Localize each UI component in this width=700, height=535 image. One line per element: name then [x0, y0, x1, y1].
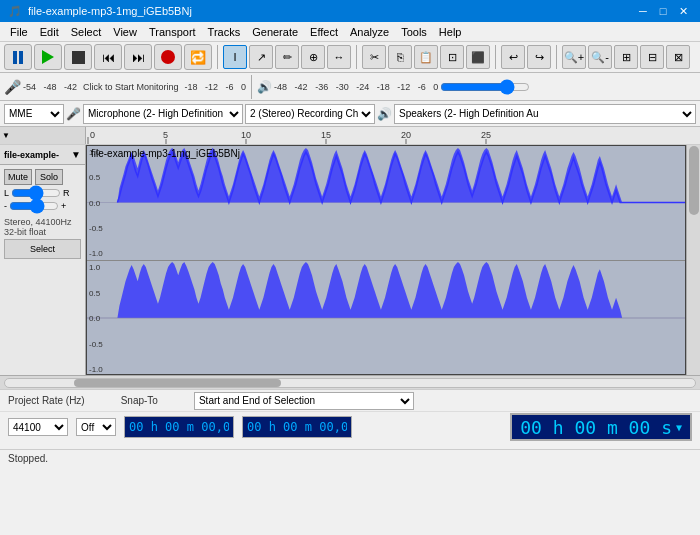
scrollbar-thumb[interactable] [74, 379, 281, 387]
track-header: file-example- ▼ [0, 145, 85, 165]
loop-button[interactable]: 🔁 [184, 44, 212, 70]
menu-tools[interactable]: Tools [395, 25, 433, 39]
pause-button[interactable] [4, 44, 32, 70]
ruler-svg: 0 5 10 15 20 25 [86, 127, 700, 145]
toolbar-separator-2 [356, 45, 357, 69]
waveform-top-channel: 1.0 0.5 0.0 -0.5 -1.0 // Generate wavefo… [87, 146, 685, 261]
timeshift-tool-button[interactable]: ↔ [327, 45, 351, 69]
channel-select[interactable]: 2 (Stereo) Recording Chann [245, 104, 375, 124]
input-device-select[interactable]: Microphone (2- High Definition [83, 104, 243, 124]
zoom-full-button[interactable]: ⊟ [640, 45, 664, 69]
record-button[interactable] [154, 44, 182, 70]
svg-text:15: 15 [321, 130, 331, 140]
waveform-wrapper: file-example- ▼ Mute Solo L R - + Stereo… [0, 145, 700, 375]
menu-tracks[interactable]: Tracks [202, 25, 247, 39]
track-panel: file-example- ▼ Mute Solo L R - + Stereo… [0, 145, 86, 375]
svg-text:0: 0 [90, 130, 95, 140]
mute-button[interactable]: Mute [4, 169, 32, 185]
window-controls: ─ □ ✕ [634, 2, 692, 20]
zoom-in-button[interactable]: 🔍+ [562, 45, 586, 69]
skip-end-button[interactable]: ⏭ [124, 44, 152, 70]
right-label: R [63, 188, 70, 198]
paste-button[interactable]: 📋 [414, 45, 438, 69]
gain-plus-label: + [61, 201, 66, 211]
waveform-bottom-svg [87, 261, 685, 375]
playback-time-display: 00 h 00 m 00 s ▼ [510, 413, 692, 441]
play-icon [42, 50, 54, 64]
minimize-button[interactable]: ─ [634, 2, 652, 20]
selection-tool-button[interactable]: I [223, 45, 247, 69]
start-time-input[interactable] [124, 416, 234, 438]
vertical-scrollbar[interactable] [686, 145, 700, 375]
gain-slider[interactable] [9, 201, 59, 211]
scale-top-0.5: 0.5 [89, 173, 114, 182]
output-device-select[interactable]: Speakers (2- High Definition Au [394, 104, 696, 124]
bottom-bar: Project Rate (Hz) Snap-To Start and End … [0, 389, 700, 449]
menu-file[interactable]: File [4, 25, 34, 39]
solo-button[interactable]: Solo [35, 169, 63, 185]
redo-button[interactable]: ↪ [527, 45, 551, 69]
copy-button[interactable]: ⎘ [388, 45, 412, 69]
maximize-button[interactable]: □ [654, 2, 672, 20]
zoom-tool-button[interactable]: ⊕ [301, 45, 325, 69]
scrollbar-track[interactable] [4, 378, 696, 388]
menu-view[interactable]: View [107, 25, 143, 39]
skip-start-icon: ⏮ [102, 50, 115, 65]
track-menu-icon[interactable]: ▼ [71, 149, 81, 160]
skip-start-button[interactable]: ⏮ [94, 44, 122, 70]
pan-slider[interactable] [11, 188, 61, 198]
menu-analyze[interactable]: Analyze [344, 25, 395, 39]
scale-bottom-0.0: 0.0 [89, 314, 114, 323]
cut-button[interactable]: ✂ [362, 45, 386, 69]
window-title: file-example-mp3-1mg_iGEb5BNj [28, 5, 634, 17]
end-time-input[interactable] [242, 416, 352, 438]
silence-button[interactable]: ⬛ [466, 45, 490, 69]
project-rate-select[interactable]: 44100 [8, 418, 68, 436]
menu-select[interactable]: Select [65, 25, 108, 39]
menu-transport[interactable]: Transport [143, 25, 202, 39]
scale-bottom-0.5: 0.5 [89, 289, 114, 298]
speaker-output-icon: 🔊 [377, 107, 392, 121]
mic-input-icon: 🎤 [66, 107, 81, 121]
zoom-fit-button[interactable]: ⊞ [614, 45, 638, 69]
track-name: file-example- [4, 150, 59, 160]
project-rate-label: Project Rate (Hz) [8, 395, 85, 406]
output-volume-slider[interactable] [440, 81, 530, 93]
mic-icon: 🎤 [4, 79, 21, 95]
scale-bottom-n0.5: -0.5 [89, 340, 114, 349]
time-menu-icon[interactable]: ▼ [676, 422, 682, 433]
host-select[interactable]: MME [4, 104, 64, 124]
svg-text:5: 5 [163, 130, 168, 140]
window-icon: 🎵 [8, 5, 22, 18]
scale-bottom-n1.0: -1.0 [89, 365, 114, 374]
transport-toolbar: ⏮ ⏭ 🔁 I ↗ ✏ ⊕ ↔ ✂ ⎘ 📋 ⊡ ⬛ ↩ ↪ 🔍+ 🔍- ⊞ ⊟ … [0, 42, 700, 73]
track-controls: Mute Solo L R - + [0, 165, 85, 215]
zoom-sel-button[interactable]: ⊠ [666, 45, 690, 69]
draw-tool-button[interactable]: ✏ [275, 45, 299, 69]
svg-text:20: 20 [401, 130, 411, 140]
vertical-scrollbar-thumb[interactable] [689, 146, 699, 215]
ruler-spacer-label: ▼ [0, 129, 12, 142]
menu-edit[interactable]: Edit [34, 25, 65, 39]
title-bar: 🎵 file-example-mp3-1mg_iGEb5BNj ─ □ ✕ [0, 0, 700, 22]
envelope-tool-button[interactable]: ↗ [249, 45, 273, 69]
close-button[interactable]: ✕ [674, 2, 692, 20]
track-select-button[interactable]: Select [4, 239, 81, 259]
play-button[interactable] [34, 44, 62, 70]
device-toolbar: MME 🎤 Microphone (2- High Definition 2 (… [0, 101, 700, 127]
scale-top-n1.0: -1.0 [89, 249, 114, 258]
zoom-out-button[interactable]: 🔍- [588, 45, 612, 69]
status-bar: Stopped. [0, 449, 700, 467]
waveform-display[interactable]: file-example-mp3-1mg_iGEb5BNj 1.0 0.5 0.… [86, 145, 686, 375]
undo-button[interactable]: ↩ [501, 45, 525, 69]
stop-button[interactable] [64, 44, 92, 70]
menu-help[interactable]: Help [433, 25, 468, 39]
mute-solo-row: Mute Solo [4, 169, 81, 185]
snap-select[interactable]: Off [76, 418, 116, 436]
track-sample-rate: Stereo, 44100Hz [4, 217, 81, 227]
menu-effect[interactable]: Effect [304, 25, 344, 39]
menu-generate[interactable]: Generate [246, 25, 304, 39]
selection-format-select[interactable]: Start and End of Selection Start and Len… [194, 392, 414, 410]
trim-button[interactable]: ⊡ [440, 45, 464, 69]
horizontal-scrollbar[interactable] [0, 375, 700, 389]
